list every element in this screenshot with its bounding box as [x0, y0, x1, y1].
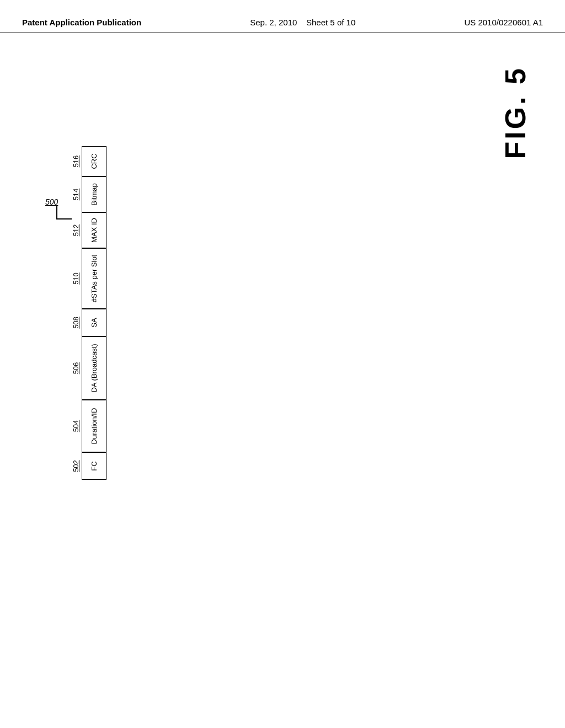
sheet-text: Sheet 5 of 10: [306, 18, 355, 27]
field-duration-id: Duration/ID: [82, 400, 106, 452]
packet-fields-row: FC Duration/ID DA (Broadcast) SA #STAs p…: [82, 146, 106, 480]
patent-number: US 2010/0220601 A1: [464, 17, 543, 28]
field-crc: CRC: [82, 146, 106, 176]
field-max-id: MAX ID: [82, 212, 106, 248]
field-da-broadcast: DA (Broadcast): [82, 336, 106, 400]
bracket-vertical-500: [56, 206, 57, 218]
field-bitmap: Bitmap: [82, 176, 106, 212]
bracket-horizontal-500: [56, 218, 72, 220]
page-header: Patent Application Publication Sep. 2, 2…: [0, 0, 565, 33]
ref-516: 516: [72, 146, 80, 176]
ref-514: 514: [72, 176, 80, 212]
ref-506: 506: [72, 336, 80, 400]
field-stas-per-slot: #STAs per Slot: [82, 248, 106, 309]
ref-512: 512: [72, 212, 80, 248]
ref-504: 504: [72, 400, 80, 452]
reference-numbers-row: 502 504 506 508 510 512 514 516: [72, 146, 80, 480]
field-sa: SA: [82, 309, 106, 336]
ref-508: 508: [72, 309, 80, 336]
figure-label: FIG. 5: [499, 66, 532, 159]
ref-510: 510: [72, 248, 80, 309]
publication-title: Patent Application Publication: [22, 17, 141, 28]
date-text: Sep. 2, 2010: [250, 18, 297, 27]
field-fc: FC: [82, 452, 106, 480]
publication-date: Sep. 2, 2010 Sheet 5 of 10: [250, 17, 355, 28]
ref-500-label: 500: [45, 197, 58, 206]
ref-502: 502: [72, 452, 80, 480]
packet-frame-container: 502 504 506 508 510 512 514 516 FC Durat…: [72, 146, 106, 480]
